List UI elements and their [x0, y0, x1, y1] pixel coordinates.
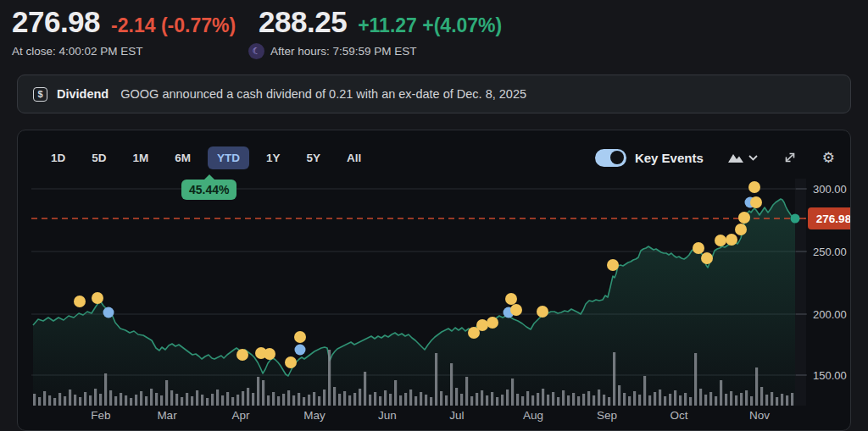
price-chart[interactable]: 300.00250.00200.00150.00FebMarAprMayJunJ… [18, 130, 850, 430]
month-label: May [303, 409, 326, 422]
chart-type-button[interactable] [726, 150, 760, 165]
event-dot-yellow[interactable] [285, 356, 297, 368]
month-label: Mar [157, 409, 177, 422]
after-hours-change: +11.27 +(4.07%) [358, 14, 502, 37]
range-button-1y[interactable]: 1Y [257, 146, 290, 169]
month-label: Jun [378, 409, 397, 422]
y-axis-label: 150.00 [813, 369, 847, 382]
y-axis-label: 300.00 [813, 183, 847, 196]
event-dot-yellow[interactable] [715, 235, 726, 246]
close-change: -2.14 (-0.77%) [111, 14, 236, 37]
price-row: 276.98 -2.14 (-0.77%) 288.25 +11.27 +(4.… [12, 5, 856, 39]
after-hours-label: After hours: 7:59:59 PM EST [270, 45, 417, 58]
gear-icon: ⚙ [822, 151, 835, 165]
chart-tools: Key Events ⚙ [595, 149, 837, 167]
range-button-1m[interactable]: 1M [124, 146, 159, 169]
month-label: Aug [523, 409, 543, 422]
after-hours-group: ☾ After hours: 7:59:59 PM EST [248, 43, 417, 59]
quote-header: 276.98 -2.14 (-0.77%) 288.25 +11.27 +(4.… [12, 5, 856, 60]
month-label: Nov [749, 409, 770, 422]
after-hours-band [795, 179, 806, 406]
event-dot-yellow[interactable] [264, 348, 275, 360]
y-axis-label: 250.00 [813, 246, 847, 258]
event-dot-yellow[interactable] [701, 252, 713, 264]
event-dot-yellow[interactable] [510, 304, 522, 316]
event-dot-yellow[interactable] [735, 224, 747, 235]
fullscreen-button[interactable] [782, 149, 798, 166]
event-dot-yellow[interactable] [92, 292, 103, 304]
chart-controls: 1D 5D 1M 6M YTD 1Y 5Y All Key Events [18, 140, 850, 175]
range-button-5y[interactable]: 5Y [298, 146, 331, 169]
last-price-dot [791, 214, 800, 224]
event-dot-yellow[interactable] [236, 349, 248, 361]
key-events-group: Key Events [595, 149, 704, 167]
after-hours-price: 288.25 [259, 5, 347, 39]
range-button-1d[interactable]: 1D [42, 146, 75, 169]
month-label: Apr [231, 409, 250, 422]
event-dot-yellow[interactable] [748, 181, 760, 193]
month-label: Feb [91, 409, 110, 422]
at-close-label: At close: 4:00:02 PM EST [12, 45, 143, 58]
expand-icon [783, 151, 797, 164]
chevron-down-icon [748, 155, 758, 161]
moon-icon: ☾ [248, 43, 264, 59]
event-dot-yellow[interactable] [476, 319, 488, 331]
range-selector: 1D 5D 1M 6M YTD 1Y 5Y All [42, 146, 370, 169]
mountain-icon [727, 152, 744, 163]
event-dot-yellow[interactable] [294, 331, 306, 343]
event-dot-yellow[interactable] [74, 296, 86, 307]
banner-tag: Dividend [57, 87, 108, 101]
event-dot-yellow[interactable] [750, 196, 762, 208]
current-price-tag: 276.98 [808, 207, 851, 229]
event-dot-yellow[interactable] [487, 317, 498, 329]
chart-card: 1D 5D 1M 6M YTD 1Y 5Y All Key Events [17, 130, 851, 431]
event-dot-yellow[interactable] [505, 293, 517, 305]
month-label: Sep [597, 409, 617, 422]
event-dot-yellow[interactable] [738, 212, 750, 224]
range-button-5d[interactable]: 5D [82, 146, 115, 169]
key-events-label: Key Events [635, 151, 704, 165]
price-area-fill [33, 199, 795, 406]
month-axis: FebMarAprMayJunJulAugSepOctNov [91, 409, 770, 422]
quote-meta-row: At close: 4:00:02 PM EST ☾ After hours: … [12, 43, 856, 60]
range-button-ytd[interactable]: YTD [208, 146, 249, 169]
settings-button[interactable]: ⚙ [821, 149, 837, 167]
y-axis-label: 200.00 [813, 308, 847, 321]
toggle-knob [610, 151, 624, 164]
close-price: 276.98 [12, 5, 100, 39]
dollar-icon: $ [33, 87, 47, 102]
range-button-all[interactable]: All [337, 146, 370, 169]
ytd-return-badge: 45.44% [181, 180, 236, 200]
event-dot-blue[interactable] [103, 307, 114, 318]
event-dot-yellow[interactable] [607, 259, 619, 271]
event-dot-yellow[interactable] [693, 242, 704, 254]
month-label: Oct [670, 409, 687, 422]
key-events-toggle[interactable] [595, 149, 626, 167]
banner-text: GOOG announced a cash dividend of 0.21 w… [120, 87, 526, 101]
event-dot-yellow[interactable] [726, 234, 737, 246]
event-dot-blue[interactable] [295, 345, 306, 356]
dividend-banner[interactable]: $ Dividend GOOG announced a cash dividen… [17, 75, 851, 113]
range-button-6m[interactable]: 6M [165, 146, 200, 169]
event-dot-yellow[interactable] [537, 306, 548, 318]
month-label: Jul [449, 409, 464, 422]
